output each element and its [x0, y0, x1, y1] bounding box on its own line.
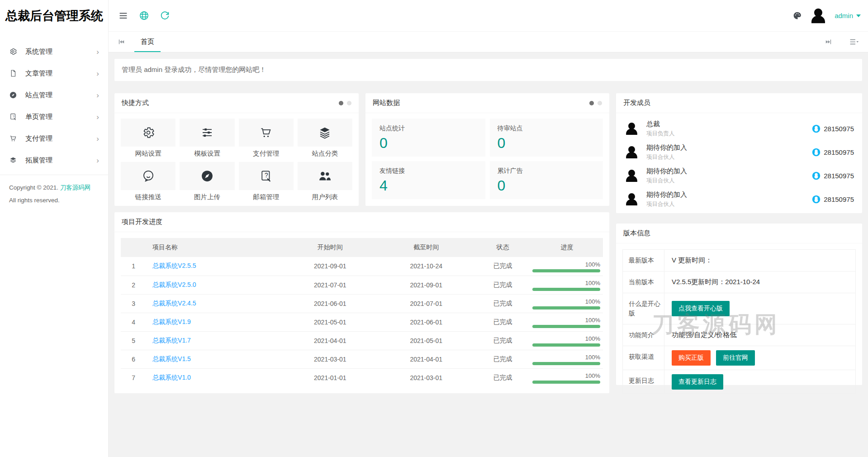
table-header-row: 项目名称 开始时间 截至时间 状态 进度: [121, 238, 603, 257]
stat-label: 累计广告: [498, 167, 596, 175]
app-logo-title: 总裁后台管理系统: [0, 0, 108, 32]
sidebar-item-pages[interactable]: ? 单页管理 ›: [0, 106, 108, 128]
status-badge: 已完成: [474, 276, 531, 294]
project-link[interactable]: 总裁系统V2.5.5: [152, 262, 196, 269]
projects-panel: 项目开发进度 项目名称 开始时间 截至时间: [114, 212, 609, 393]
buy-genuine-button[interactable]: 购买正版: [672, 350, 711, 366]
project-link[interactable]: 总裁系统V2.5.0: [152, 281, 196, 288]
document-icon: [9, 69, 17, 77]
progress-cell: 100%: [531, 297, 603, 309]
chevron-right-icon: ›: [96, 91, 99, 99]
layers-icon: [9, 156, 17, 164]
view-happy-version-button[interactable]: 点我查看开心版: [672, 301, 730, 316]
status-badge: 已完成: [474, 257, 531, 276]
stat-friend-links: 友情链接 4: [372, 161, 485, 199]
theme-palette-icon[interactable]: [792, 11, 802, 20]
user-avatar[interactable]: [809, 7, 827, 25]
shortcut-mail-management[interactable]: ? 邮箱管理: [239, 162, 294, 201]
row-index: 3: [121, 294, 146, 313]
shortcut-user-list[interactable]: 用户列表: [298, 162, 352, 201]
stat-value: 0: [379, 135, 478, 152]
member-row: 总裁项目负责人 28150975: [624, 117, 854, 140]
row-index: 1: [121, 257, 146, 276]
sidebar-item-system[interactable]: 系统管理 ›: [0, 41, 108, 62]
shortcut-site-categories[interactable]: 站点分类: [298, 119, 352, 158]
sidebar-item-label: 系统管理: [25, 48, 96, 56]
shortcut-label: 支付管理: [239, 149, 294, 158]
chevron-right-icon: ›: [96, 70, 99, 77]
project-link[interactable]: 总裁系统V1.5: [152, 355, 191, 362]
copyright-link[interactable]: 刀客源码网: [60, 184, 91, 191]
status-badge: 已完成: [474, 294, 531, 313]
sidebar-item-sites[interactable]: 站点管理 ›: [0, 84, 108, 106]
shortcut-template-settings[interactable]: 模板设置: [180, 119, 234, 158]
version-row-latest: 最新版本 V 更新时间：: [623, 250, 855, 271]
stat-value: 4: [379, 177, 478, 194]
shortcut-link-push[interactable]: 链接推送: [121, 162, 175, 201]
shortcut-label: 网站设置: [121, 149, 175, 158]
carousel-dot-active[interactable]: [339, 101, 343, 105]
sidebar-item-extensions[interactable]: 拓展管理 ›: [0, 149, 108, 171]
tabs-menu-icon[interactable]: [849, 38, 859, 46]
svg-text:?: ?: [265, 172, 268, 179]
table-row: 7 总裁系统V1.0 2021-01-01 2021-03-01 已完成 100…: [121, 368, 603, 387]
tabs-scroll-right-icon[interactable]: [825, 38, 832, 46]
member-qq[interactable]: 28150975: [812, 148, 854, 157]
member-qq[interactable]: 28150975: [812, 171, 854, 180]
copyright-text: Copyright © 2021.: [9, 184, 58, 191]
version-row-channel: 获取渠道 购买正版 前往官网: [623, 346, 855, 370]
progress-cell: 100%: [531, 334, 603, 347]
qq-number: 28150975: [824, 125, 854, 133]
carousel-dot[interactable]: [347, 101, 351, 105]
progress-bar: [532, 306, 600, 309]
view-changelog-button[interactable]: 查看更新日志: [672, 374, 723, 390]
progress-bar: [532, 325, 600, 328]
sidebar-item-articles[interactable]: 文章管理 ›: [0, 62, 108, 84]
progress-label: 100%: [532, 261, 600, 268]
member-name: 期待你的加入: [646, 143, 812, 152]
project-link[interactable]: 总裁系统V1.9: [152, 318, 191, 325]
member-qq[interactable]: 28150975: [812, 195, 854, 204]
compass-icon: [200, 169, 214, 183]
progress-label: 100%: [532, 335, 600, 342]
shortcut-label: 用户列表: [298, 193, 352, 201]
user-dropdown[interactable]: admin: [835, 12, 861, 19]
copyright-text-2: All rights reserved.: [9, 197, 60, 204]
official-site-button[interactable]: 前往官网: [716, 350, 755, 366]
shortcut-label: 模板设置: [180, 149, 234, 158]
carousel-dot[interactable]: [598, 101, 602, 105]
sidebar-item-label: 文章管理: [25, 69, 96, 78]
chevron-right-icon: ›: [96, 113, 99, 121]
right-column: 开发成员 总裁项目负责人 28150975 期待你的加入项目合伙人: [616, 93, 862, 393]
shortcut-image-upload[interactable]: 图片上传: [180, 162, 234, 201]
tabs-scroll-left-icon[interactable]: [109, 32, 125, 52]
stats-grid: 站点统计 0 待审站点 0 友情链接 4: [365, 113, 609, 205]
projects-panel-header: 项目开发进度: [114, 212, 609, 232]
project-link[interactable]: 总裁系统V2.4.5: [152, 300, 196, 307]
stat-label: 站点统计: [379, 124, 478, 133]
progress-cell: 100%: [531, 260, 603, 272]
table-row: 3 总裁系统V2.4.5 2021-06-01 2021-07-01 已完成 1…: [121, 294, 603, 313]
shortcut-site-settings[interactable]: 网站设置: [121, 119, 175, 158]
progress-bar: [532, 269, 600, 272]
sidebar-item-payment[interactable]: 支付管理 ›: [0, 128, 108, 149]
members-title: 开发成员: [623, 99, 650, 107]
start-date: 2021-06-01: [282, 294, 378, 313]
member-qq[interactable]: 28150975: [812, 124, 854, 133]
shortcut-payment[interactable]: 支付管理: [239, 119, 294, 158]
chat-smile-icon: [142, 169, 155, 183]
globe-icon[interactable]: [139, 10, 149, 21]
project-link[interactable]: 总裁系统V1.0: [152, 374, 191, 381]
end-date: 2021-10-24: [378, 257, 474, 276]
progress-bar: [532, 381, 600, 384]
tab-home[interactable]: 首页: [134, 32, 161, 52]
members-panel: 开发成员 总裁项目负责人 28150975 期待你的加入项目合伙人: [616, 93, 862, 213]
current-version-value: V2.5.5更新时间：2021-10-24: [672, 278, 760, 286]
hamburger-menu-icon[interactable]: [119, 11, 128, 20]
svg-text:?: ?: [13, 114, 14, 119]
project-link[interactable]: 总裁系统V1.7: [152, 337, 191, 344]
refresh-icon[interactable]: [160, 11, 170, 20]
carousel-dot-active[interactable]: [589, 101, 594, 105]
version-row-label: 获取渠道: [623, 346, 664, 370]
start-date: 2021-04-01: [282, 331, 378, 350]
